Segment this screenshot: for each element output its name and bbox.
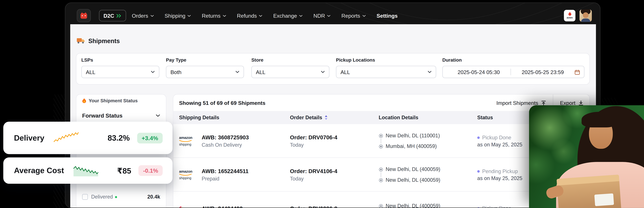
awb-number: AWB: 34484492 <box>202 205 242 208</box>
delivered-checkbox[interactable] <box>82 194 88 200</box>
lsps-select[interactable]: ALL <box>81 66 160 78</box>
aven-label: aven <box>566 17 573 19</box>
duration-start[interactable]: 2025-05-24 05:30 <box>447 69 510 75</box>
filters-panel: LSPs ALL Pay Type Both Store <box>76 53 590 85</box>
import-shipments-button[interactable]: Import Shipments <box>496 100 546 106</box>
brand-mascot-icon <box>80 12 88 19</box>
shipment-row[interactable]: ecom AWB: 34484492 Order: DRV0886-8 New … <box>174 192 590 208</box>
top-navigation: D2C Orders Shipping Returns Refunds Exch… <box>70 7 596 24</box>
destination-location: New Delhi, DL (400059) <box>379 177 440 183</box>
status-dot <box>477 170 480 172</box>
origin-location: New Delhi, DL (400059) <box>379 166 440 172</box>
chevron-down-icon <box>327 15 331 17</box>
status-label: Delivered <box>91 194 113 200</box>
brand-logo[interactable] <box>77 9 91 22</box>
video-widget[interactable] <box>529 105 644 208</box>
chevron-down-icon <box>299 15 303 17</box>
status-dot <box>477 136 480 139</box>
filter-pay-type: Pay Type Both <box>166 53 244 84</box>
table-header-row: Shipping Details Order Details Location … <box>174 111 590 124</box>
payment-type: Prepaid <box>202 176 248 181</box>
duration-end[interactable]: 2025-05-25 23:59 <box>511 69 575 75</box>
location-marker-icon <box>379 133 383 138</box>
chevron-down-icon <box>151 71 155 73</box>
nav-item-returns[interactable]: Returns <box>202 13 226 19</box>
column-order-details[interactable]: Order Details <box>290 111 328 124</box>
chevron-down-icon <box>236 71 240 73</box>
pickup-locations-select[interactable]: ALL <box>336 66 436 78</box>
d2c-mode-badge[interactable]: D2C <box>99 10 126 21</box>
filter-label: Pay Type <box>166 58 186 63</box>
sort-icon[interactable] <box>324 115 328 120</box>
store-select[interactable]: ALL <box>251 66 330 78</box>
shipment-status-header: Your Shipment Status <box>82 98 138 104</box>
location-marker-icon <box>379 178 383 182</box>
import-icon <box>541 100 546 105</box>
filter-pickup-locations: Pickup Locations ALL <box>336 53 436 84</box>
export-download-icon <box>578 100 584 105</box>
double-chevron-right-icon <box>116 14 122 17</box>
destination-location: Mumbai, MH (400059) <box>379 143 440 149</box>
user-avatar[interactable] <box>580 10 592 22</box>
status-badge: Pending Pickup <box>477 168 522 174</box>
chevron-down-icon <box>222 15 226 17</box>
order-number: Order: DRV0706-4 <box>290 134 337 140</box>
column-location-details: Location Details <box>379 111 418 124</box>
shipment-row[interactable]: amazon shipping AWB: 3608725903 Cash On … <box>174 124 590 158</box>
awb-number: AWB: 1652244511 <box>202 168 248 174</box>
table-toolbar: Showing 51 of 69 of 69 Shipments Import … <box>174 95 590 111</box>
package-label <box>594 193 614 206</box>
awb-number: AWB: 3608725903 <box>202 134 249 140</box>
filter-duration: Duration 2025-05-24 05:30 2025-05-25 23:… <box>442 53 584 84</box>
chevron-down-icon <box>187 15 191 17</box>
shipment-row[interactable]: amazon shipping AWB: 1652244511 Prepaid <box>174 158 590 192</box>
forward-status-dropdown[interactable]: Forward Status <box>82 109 160 122</box>
chevron-down-icon <box>150 15 154 17</box>
nav-item-ndr[interactable]: NDR <box>314 13 331 19</box>
aven-widget[interactable]: aven <box>564 10 576 21</box>
column-status: Status <box>477 111 493 124</box>
delivery-stat-card: Delivery 83.2% +3.4% <box>3 122 172 154</box>
origin-location: New Delhi, DL (400059) <box>379 203 440 208</box>
d2c-label: D2C <box>104 13 114 19</box>
payment-type: Cash On Delivery <box>202 142 249 148</box>
filter-label: Duration <box>442 58 462 63</box>
status-dot <box>477 207 480 208</box>
status-count: 20.4k <box>147 194 160 200</box>
results-summary: Showing 51 of 69 of 69 Shipments <box>179 100 265 106</box>
export-button[interactable]: Export <box>560 100 584 106</box>
order-date: Today <box>290 142 337 148</box>
carrier-logo-amazon-shipping: amazon shipping <box>179 158 199 192</box>
average-cost-sparkline <box>73 164 98 177</box>
status-filter-row[interactable] <box>82 206 160 208</box>
carrier-logo-amazon-shipping: amazon shipping <box>179 124 199 158</box>
nav-item-orders[interactable]: Orders <box>132 13 154 19</box>
nav-item-refunds[interactable]: Refunds <box>237 13 263 19</box>
filter-label: LSPs <box>81 58 93 63</box>
calendar-icon <box>574 69 580 75</box>
pay-type-select[interactable]: Both <box>166 66 244 78</box>
nav-item-settings[interactable]: Settings <box>376 13 398 19</box>
nav-right-group: aven <box>564 10 592 22</box>
flame-icon <box>82 98 86 103</box>
duration-range-picker[interactable]: 2025-05-24 05:30 2025-05-25 23:59 <box>442 66 584 78</box>
status-date: as on May 25, 2025 <box>477 142 522 147</box>
stat-title: Delivery <box>14 133 44 142</box>
average-cost-stat-card: Average Cost ₹85 -0.1% <box>3 157 172 184</box>
status-filter-row-delivered[interactable]: Delivered 20.4k <box>82 192 160 201</box>
stat-title: Average Cost <box>14 166 64 175</box>
stat-delta-badge: +3.4% <box>137 133 163 143</box>
truck-icon <box>77 38 85 44</box>
chevron-down-icon <box>362 15 366 17</box>
location-marker-icon <box>379 144 383 149</box>
nav-item-reports[interactable]: Reports <box>342 13 366 19</box>
nav-item-exchange[interactable]: Exchange <box>273 13 303 19</box>
desktop-background: D2C Orders Shipping Returns Refunds Exch… <box>0 0 644 208</box>
stat-value: 83.2% <box>108 133 130 142</box>
nav-item-shipping[interactable]: Shipping <box>165 13 191 19</box>
chevron-down-icon <box>321 71 325 73</box>
ecom-swirl-icon <box>179 206 184 208</box>
order-date: Today <box>290 176 337 181</box>
status-badge: Pickup Done <box>477 135 522 140</box>
page-title: Shipments <box>88 37 120 44</box>
